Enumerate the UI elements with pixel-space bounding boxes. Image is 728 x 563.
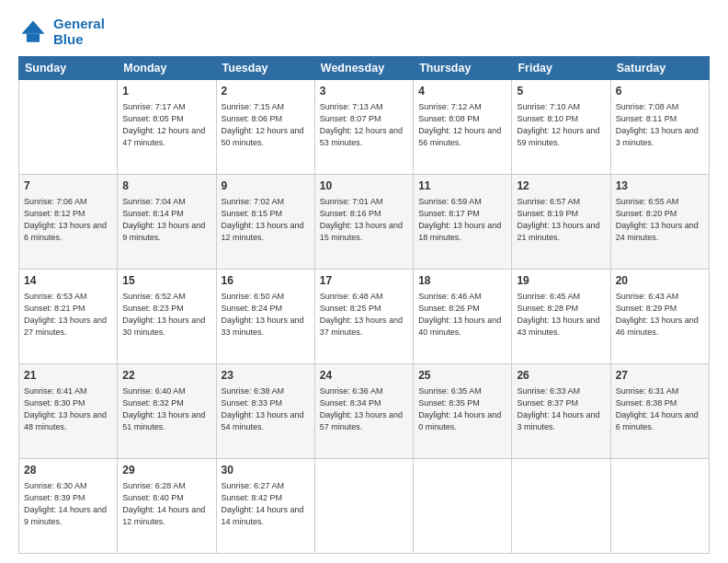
day-number: 14: [24, 273, 112, 289]
day-info: Sunrise: 6:30 AMSunset: 8:39 PMDaylight:…: [24, 480, 112, 528]
svg-marker-0: [22, 20, 45, 33]
day-cell: 27Sunrise: 6:31 AMSunset: 8:38 PMDayligh…: [610, 364, 709, 459]
day-info: Sunrise: 7:02 AMSunset: 8:15 PMDaylight:…: [222, 196, 310, 244]
day-number: 13: [616, 178, 704, 194]
day-number: 22: [122, 368, 210, 384]
day-info: Sunrise: 6:53 AMSunset: 8:21 PMDaylight:…: [24, 291, 112, 339]
day-info: Sunrise: 6:48 AMSunset: 8:25 PMDaylight:…: [320, 291, 408, 339]
day-cell: 6Sunrise: 7:08 AMSunset: 8:11 PMDaylight…: [610, 80, 709, 175]
day-number: 27: [616, 368, 704, 384]
day-info: Sunrise: 6:40 AMSunset: 8:32 PMDaylight:…: [122, 385, 210, 433]
day-number: 3: [320, 84, 408, 99]
day-number: 20: [616, 273, 704, 289]
day-cell: [314, 459, 413, 554]
day-info: Sunrise: 7:06 AMSunset: 8:12 PMDaylight:…: [24, 196, 112, 244]
day-number: 26: [517, 368, 605, 384]
day-info: Sunrise: 6:55 AMSunset: 8:20 PMDaylight:…: [616, 196, 704, 244]
day-number: 21: [24, 368, 112, 384]
day-info: Sunrise: 7:12 AMSunset: 8:08 PMDaylight:…: [418, 101, 506, 149]
day-number: 24: [320, 368, 408, 384]
col-header-monday: Monday: [118, 57, 216, 80]
week-row-4: 21Sunrise: 6:41 AMSunset: 8:30 PMDayligh…: [19, 364, 710, 459]
day-cell: 29Sunrise: 6:28 AMSunset: 8:40 PMDayligh…: [118, 459, 216, 554]
day-cell: 4Sunrise: 7:12 AMSunset: 8:08 PMDaylight…: [414, 80, 512, 175]
day-number: 7: [24, 178, 112, 194]
day-cell: 11Sunrise: 6:59 AMSunset: 8:17 PMDayligh…: [414, 175, 512, 270]
day-cell: 26Sunrise: 6:33 AMSunset: 8:37 PMDayligh…: [512, 364, 610, 459]
day-info: Sunrise: 6:27 AMSunset: 8:42 PMDaylight:…: [222, 480, 310, 528]
day-number: 28: [24, 463, 112, 478]
col-header-thursday: Thursday: [414, 57, 512, 80]
col-header-tuesday: Tuesday: [216, 57, 314, 80]
logo-icon: [18, 17, 48, 47]
svg-rect-1: [27, 33, 40, 41]
day-number: 4: [418, 84, 506, 99]
day-cell: 16Sunrise: 6:50 AMSunset: 8:24 PMDayligh…: [216, 270, 314, 364]
day-cell: 23Sunrise: 6:38 AMSunset: 8:33 PMDayligh…: [216, 364, 314, 459]
day-info: Sunrise: 7:10 AMSunset: 8:10 PMDaylight:…: [517, 101, 605, 149]
day-number: 15: [122, 273, 210, 289]
day-info: Sunrise: 7:15 AMSunset: 8:06 PMDaylight:…: [222, 101, 310, 149]
day-number: 25: [418, 368, 506, 384]
calendar-header-row: SundayMondayTuesdayWednesdayThursdayFrid…: [19, 57, 710, 80]
day-info: Sunrise: 6:31 AMSunset: 8:38 PMDaylight:…: [616, 385, 704, 433]
day-cell: 28Sunrise: 6:30 AMSunset: 8:39 PMDayligh…: [19, 459, 118, 554]
day-cell: 21Sunrise: 6:41 AMSunset: 8:30 PMDayligh…: [19, 364, 118, 459]
calendar-table: SundayMondayTuesdayWednesdayThursdayFrid…: [18, 56, 710, 554]
col-header-friday: Friday: [512, 57, 610, 80]
day-cell: 20Sunrise: 6:43 AMSunset: 8:29 PMDayligh…: [610, 270, 709, 364]
page: General Blue SundayMondayTuesdayWednesda…: [0, 0, 728, 563]
week-row-3: 14Sunrise: 6:53 AMSunset: 8:21 PMDayligh…: [19, 270, 710, 364]
day-number: 10: [320, 178, 408, 194]
day-cell: [414, 459, 512, 554]
day-info: Sunrise: 6:41 AMSunset: 8:30 PMDaylight:…: [24, 385, 112, 433]
day-cell: [19, 80, 118, 175]
day-info: Sunrise: 6:35 AMSunset: 8:35 PMDaylight:…: [418, 385, 506, 433]
day-info: Sunrise: 6:52 AMSunset: 8:23 PMDaylight:…: [122, 291, 210, 339]
day-cell: 10Sunrise: 7:01 AMSunset: 8:16 PMDayligh…: [314, 175, 413, 270]
logo: General Blue: [18, 17, 105, 47]
col-header-wednesday: Wednesday: [314, 57, 413, 80]
week-row-1: 1Sunrise: 7:17 AMSunset: 8:05 PMDaylight…: [19, 80, 710, 175]
day-info: Sunrise: 7:08 AMSunset: 8:11 PMDaylight:…: [616, 101, 704, 149]
day-number: 9: [222, 178, 310, 194]
day-number: 8: [122, 178, 210, 194]
day-info: Sunrise: 6:33 AMSunset: 8:37 PMDaylight:…: [517, 385, 605, 433]
day-cell: 7Sunrise: 7:06 AMSunset: 8:12 PMDaylight…: [19, 175, 118, 270]
day-cell: 19Sunrise: 6:45 AMSunset: 8:28 PMDayligh…: [512, 270, 610, 364]
header: General Blue: [18, 17, 710, 47]
day-cell: 5Sunrise: 7:10 AMSunset: 8:10 PMDaylight…: [512, 80, 610, 175]
day-info: Sunrise: 7:13 AMSunset: 8:07 PMDaylight:…: [320, 101, 408, 149]
day-info: Sunrise: 6:38 AMSunset: 8:33 PMDaylight:…: [222, 385, 310, 433]
day-cell: 24Sunrise: 6:36 AMSunset: 8:34 PMDayligh…: [314, 364, 413, 459]
day-cell: [610, 459, 709, 554]
day-number: 11: [418, 178, 506, 194]
day-cell: 25Sunrise: 6:35 AMSunset: 8:35 PMDayligh…: [414, 364, 512, 459]
day-cell: 22Sunrise: 6:40 AMSunset: 8:32 PMDayligh…: [118, 364, 216, 459]
day-info: Sunrise: 6:50 AMSunset: 8:24 PMDaylight:…: [222, 291, 310, 339]
day-info: Sunrise: 6:36 AMSunset: 8:34 PMDaylight:…: [320, 385, 408, 433]
day-info: Sunrise: 6:46 AMSunset: 8:26 PMDaylight:…: [418, 291, 506, 339]
day-number: 16: [222, 273, 310, 289]
day-cell: 12Sunrise: 6:57 AMSunset: 8:19 PMDayligh…: [512, 175, 610, 270]
day-cell: 13Sunrise: 6:55 AMSunset: 8:20 PMDayligh…: [610, 175, 709, 270]
day-cell: [512, 459, 610, 554]
day-info: Sunrise: 7:01 AMSunset: 8:16 PMDaylight:…: [320, 196, 408, 244]
day-number: 23: [222, 368, 310, 384]
day-cell: 3Sunrise: 7:13 AMSunset: 8:07 PMDaylight…: [314, 80, 413, 175]
calendar-body: 1Sunrise: 7:17 AMSunset: 8:05 PMDaylight…: [19, 80, 710, 554]
day-number: 5: [517, 84, 605, 99]
day-cell: 1Sunrise: 7:17 AMSunset: 8:05 PMDaylight…: [118, 80, 216, 175]
day-info: Sunrise: 7:04 AMSunset: 8:14 PMDaylight:…: [122, 196, 210, 244]
day-number: 12: [517, 178, 605, 194]
day-info: Sunrise: 6:59 AMSunset: 8:17 PMDaylight:…: [418, 196, 506, 244]
week-row-5: 28Sunrise: 6:30 AMSunset: 8:39 PMDayligh…: [19, 459, 710, 554]
col-header-sunday: Sunday: [19, 57, 118, 80]
day-number: 2: [222, 84, 310, 99]
day-number: 1: [122, 84, 210, 99]
day-cell: 30Sunrise: 6:27 AMSunset: 8:42 PMDayligh…: [216, 459, 314, 554]
day-number: 17: [320, 273, 408, 289]
day-cell: 14Sunrise: 6:53 AMSunset: 8:21 PMDayligh…: [19, 270, 118, 364]
day-cell: 8Sunrise: 7:04 AMSunset: 8:14 PMDaylight…: [118, 175, 216, 270]
week-row-2: 7Sunrise: 7:06 AMSunset: 8:12 PMDaylight…: [19, 175, 710, 270]
